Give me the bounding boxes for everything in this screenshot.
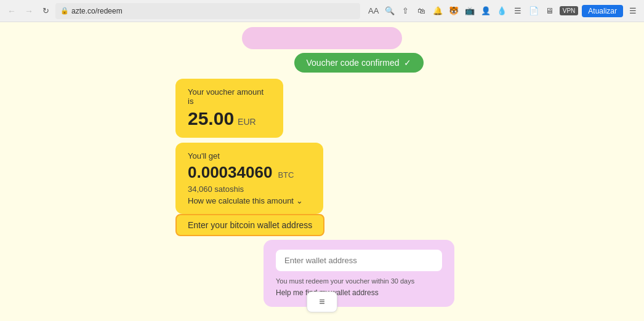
search-icon[interactable]: 🔍 (384, 5, 396, 17)
pink-bubble (242, 27, 402, 49)
checkmark-icon: ✓ (404, 58, 411, 68)
menu-icon[interactable]: ☰ (627, 5, 639, 17)
satoshis-text: 34,060 satoshis (188, 184, 311, 194)
forward-button[interactable]: → (22, 4, 36, 18)
ext4-icon[interactable]: 💧 (496, 5, 508, 17)
ext3-icon[interactable]: 👤 (480, 5, 492, 17)
voucher-amount-label: Your voucher amount is (188, 87, 271, 106)
btc-card: You'll get 0.00034060 BTC 34,060 satoshi… (175, 143, 323, 214)
share-icon[interactable]: ⇧ (400, 5, 412, 17)
btc-unit: BTC (278, 170, 294, 180)
ext6-icon[interactable]: 📄 (528, 5, 540, 17)
chevron-down-icon: ⌄ (296, 196, 303, 205)
wallet-area: You must redeem your voucher within 30 d… (264, 240, 454, 307)
notification-icon-2[interactable]: 🔔 (432, 5, 444, 17)
calculate-link-text: How we calculate this amount (188, 196, 294, 205)
page-content: Voucher code confirmed ✓ Your voucher am… (0, 22, 644, 321)
pink-bubble-text (321, 33, 323, 44)
wallet-address-input[interactable] (276, 250, 442, 271)
ext2-icon[interactable]: 📺 (464, 5, 476, 17)
url-text: azte.co/redeem (71, 7, 123, 15)
voucher-amount-value: 25.00 (188, 108, 234, 129)
vpn-badge[interactable]: VPN (560, 6, 579, 15)
voucher-amount-card: Your voucher amount is 25.00 EUR (175, 79, 283, 138)
toolbar-icons: AA 🔍 ⇧ 🛍 🔔 🐯 📺 👤 💧 ☰ 📄 🖥 VPN Atualizar ☰ (368, 5, 639, 17)
translate-icon[interactable]: AA (368, 5, 380, 17)
ext7-icon[interactable]: 🖥 (544, 5, 556, 17)
voucher-confirmed-badge: Voucher code confirmed ✓ (294, 53, 424, 73)
notification-icon-1[interactable]: 🛍 (416, 5, 428, 17)
address-bar[interactable]: 🔒 azte.co/redeem (55, 3, 360, 19)
wallet-help-link[interactable]: Help me find my wallet address (276, 288, 442, 297)
lock-icon: 🔒 (60, 7, 69, 15)
wallet-note: You must redeem your voucher within 30 d… (276, 277, 442, 285)
reload-button[interactable]: ↻ (39, 5, 52, 17)
voucher-confirmed-text: Voucher code confirmed (307, 58, 400, 68)
cards-area: Your voucher amount is 25.00 EUR You'll … (175, 79, 323, 214)
voucher-currency: EUR (238, 117, 256, 127)
btc-amount-row: 0.00034060 BTC (188, 163, 311, 182)
bottom-menu-button[interactable]: ≡ (307, 291, 337, 312)
update-button[interactable]: Atualizar (582, 5, 623, 17)
btc-amount-value: 0.00034060 (188, 163, 272, 182)
enter-wallet-button[interactable]: Enter your bitcoin wallet address (175, 214, 324, 236)
browser-chrome: ← → ↻ 🔒 azte.co/redeem AA 🔍 ⇧ 🛍 🔔 🐯 📺 👤 … (0, 0, 644, 22)
ext5-icon[interactable]: ☰ (512, 5, 524, 17)
youll-get-label: You'll get (188, 151, 311, 160)
back-button[interactable]: ← (5, 4, 18, 18)
hamburger-icon: ≡ (319, 296, 324, 307)
amount-row: 25.00 EUR (188, 108, 271, 129)
ext1-icon[interactable]: 🐯 (448, 5, 460, 17)
calculate-link[interactable]: How we calculate this amount ⌄ (188, 196, 311, 205)
